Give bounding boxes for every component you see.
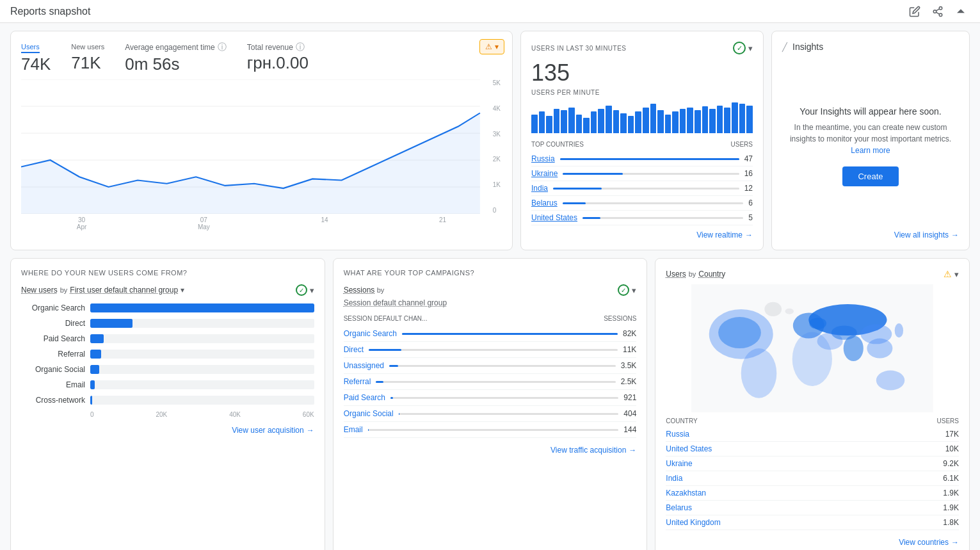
map-country-row: Ukraine 9.2K [666,457,959,471]
map-country-row: Kazakhstan 1.9K [666,486,959,501]
share-button[interactable] [929,3,947,20]
edit-button[interactable] [906,3,924,20]
alert-badge[interactable]: ⚠ ▾ [479,39,504,54]
page-title: Reports snapshot [10,6,90,17]
session-bar [402,333,618,335]
session-name[interactable]: Unassigned [344,361,384,370]
country-bar [563,173,623,175]
map-country-name[interactable]: Belarus [666,503,692,512]
view-traffic-acquisition-link[interactable]: View traffic acquisition → [344,446,637,455]
svg-point-24 [718,317,761,348]
new-users-label: New users [71,43,104,52]
dropdown-arrow-map[interactable]: ▾ [954,270,959,279]
country-name[interactable]: India [531,184,548,193]
acquisition-selector: New users by First user default channel … [21,286,184,295]
country-row: United States 5 [531,211,753,225]
map-container [666,284,959,412]
learn-more-link[interactable]: Learn more [851,146,890,155]
country-value: 12 [744,184,753,193]
main-content: Users 74K New users 71K Average engageme… [0,23,980,550]
bar-track [90,303,314,312]
country-name[interactable]: Belarus [531,198,558,207]
mini-bar [561,110,567,133]
map-country-name[interactable]: India [666,474,682,483]
bar-fill [90,396,92,405]
session-bar-wrap [376,381,615,383]
session-value: 404 [623,409,636,418]
countries-table: TOP COUNTRIES USERS Russia 47 Ukraine 16… [531,141,753,225]
map-country-name[interactable]: Kazakhstan [666,489,706,497]
session-name[interactable]: Organic Search [344,329,397,338]
bar-row: Organic Social [21,365,314,374]
view-countries-link[interactable]: View countries → [666,538,959,547]
session-row: Direct 11K [344,342,637,358]
country-name[interactable]: United States [531,213,577,222]
svg-point-28 [861,324,892,344]
mini-bar [613,110,620,133]
mini-bar [657,110,664,133]
map-country-value: 1.9K [943,503,959,512]
map-country-name[interactable]: Ukraine [666,459,692,468]
view-realtime-link[interactable]: View realtime → [531,231,753,239]
session-value: 921 [623,393,636,402]
bar-track [90,365,314,374]
country-value: 5 [748,213,753,222]
campaigns-dimension[interactable]: Session default channel group [344,298,637,307]
svg-point-21 [876,370,904,390]
dropdown-arrow-acq[interactable]: ▾ [310,286,314,295]
users-metrics-card: Users 74K New users 71K Average engageme… [10,31,513,250]
mini-bar [709,109,716,133]
mini-bar [643,108,649,133]
view-all-insights-link[interactable]: View all insights → [782,231,959,239]
mini-bar [554,109,560,133]
bar-chart: Organic Search Direct Paid Search Referr… [21,303,314,405]
svg-line-3 [936,12,939,14]
session-row: Organic Social 404 [344,406,637,422]
map-country-row: India 6.1K [666,471,959,486]
session-name[interactable]: Referral [344,377,371,386]
session-bar [399,413,400,415]
session-row: Unassigned 3.5K [344,358,637,374]
country-row: India 12 [531,181,753,196]
country-bar [563,202,586,204]
more-button[interactable] [952,3,970,20]
session-bar [389,365,398,367]
country-name[interactable]: Ukraine [531,169,558,178]
session-name[interactable]: Direct [344,345,364,354]
bar-label: Direct [21,319,85,328]
chevron-down-icon[interactable]: ▾ [181,286,184,295]
session-name[interactable]: Organic Social [344,409,394,418]
users-chart: 5K 4K 3K 2K 1K 0 [21,79,502,214]
users-label[interactable]: Users [21,43,40,53]
map-country-name[interactable]: United States [666,444,712,453]
mini-bar [717,106,723,133]
users-value: 74K [21,54,51,74]
bar-track [90,350,314,359]
session-bar-wrap [402,333,618,335]
session-name[interactable]: Email [344,425,363,434]
map-country-name[interactable]: Russia [666,430,689,439]
acquisition-metric-row: New users by First user default channel … [21,284,314,296]
dropdown-arrow-realtime[interactable]: ▾ [748,44,753,53]
engagement-info-icon[interactable]: ⓘ [218,42,227,53]
insights-card: ╱ Insights Your Insights will appear her… [771,31,970,250]
bar-label: Cross-network [21,396,85,405]
revenue-info-icon[interactable]: ⓘ [296,42,305,53]
header-actions [906,3,970,20]
country-name[interactable]: Russia [531,154,555,163]
sessions-table: SESSION DEFAULT CHAN... SESSIONS Organic… [344,315,637,438]
dropdown-arrow-camp[interactable]: ▾ [632,286,636,295]
bar-fill [90,334,104,343]
bar-label: Paid Search [21,334,85,343]
map-country-name[interactable]: United Kingdom [666,518,720,527]
session-bar-wrap [389,365,616,367]
view-user-acquisition-link[interactable]: View user acquisition → [21,426,314,435]
mini-bars [531,101,753,133]
session-row: Organic Search 82K [344,326,637,342]
create-button[interactable]: Create [842,166,898,186]
svg-point-2 [939,13,942,17]
svg-point-25 [765,302,782,316]
session-name[interactable]: Paid Search [344,393,385,402]
insights-sub-text: In the meantime, you can create new cust… [782,122,959,156]
session-bar-wrap [390,397,618,399]
